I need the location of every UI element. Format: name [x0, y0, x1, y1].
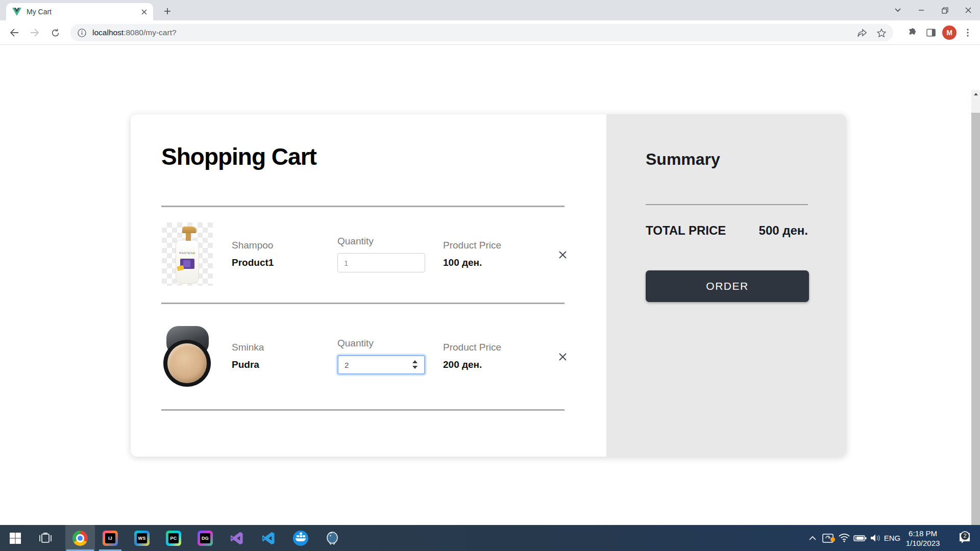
tray-clock[interactable]: 6:18 PM 1/10/2023: [899, 525, 946, 551]
item-product: Pudra: [232, 359, 259, 370]
url-host: localhost: [92, 28, 124, 37]
summary-divider: [646, 204, 808, 205]
vue-favicon-icon: [12, 8, 21, 16]
scrollbar-thumb[interactable]: [971, 113, 980, 550]
scrollbar-up-arrow[interactable]: [971, 90, 980, 98]
windows-taskbar: IJ WS PC DG: [0, 525, 980, 551]
compact-base-shape: [163, 340, 211, 387]
notification-count-badge: 2: [960, 531, 970, 541]
window-close-button[interactable]: [957, 0, 980, 20]
tray-battery-icon[interactable]: [851, 525, 869, 551]
profile-avatar[interactable]: M: [940, 23, 959, 42]
clock-date: 1/10/2023: [906, 538, 940, 548]
taskbar-postgresql-icon[interactable]: [320, 525, 345, 551]
browser-menu-icon[interactable]: [959, 23, 977, 42]
divider: [161, 409, 565, 411]
taskbar-datagrip-icon[interactable]: DG: [193, 525, 217, 551]
total-price-value: 500 ден.: [759, 223, 808, 238]
site-info-icon[interactable]: [78, 29, 86, 37]
new-tab-button[interactable]: [160, 4, 175, 18]
tray-display-sync-icon[interactable]: [820, 525, 836, 551]
bookmark-star-icon[interactable]: [877, 29, 886, 37]
tray-volume-icon[interactable]: [868, 525, 884, 551]
shampoo-bottle-shape: PANTENE: [176, 240, 199, 284]
item-name: Shampoo: [232, 240, 273, 251]
price-label: Product Price: [443, 240, 501, 251]
browser-tab-strip: My Cart: [0, 0, 980, 20]
order-button[interactable]: ORDER: [646, 270, 809, 302]
item-product: Product1: [232, 257, 274, 268]
share-icon[interactable]: [857, 29, 867, 37]
summary-title: Summary: [646, 150, 720, 169]
tab-title: My Cart: [27, 8, 139, 16]
url-path: :8080/my-cart?: [124, 28, 176, 37]
product-image-shampoo: PANTENE: [162, 222, 213, 286]
extensions-puzzle-icon[interactable]: [903, 23, 922, 42]
total-price-label: TOTAL PRICE: [646, 223, 726, 238]
price-value: 200 ден.: [443, 359, 482, 370]
tab-close-icon[interactable]: [139, 7, 149, 17]
stepper-down-icon[interactable]: [412, 366, 418, 369]
start-button[interactable]: [3, 525, 28, 551]
taskbar-webstorm-icon[interactable]: WS: [130, 525, 154, 551]
address-bar[interactable]: localhost:8080/my-cart?: [70, 24, 893, 41]
taskbar-vscode-icon[interactable]: [257, 525, 281, 551]
page-content: Summary TOTAL PRICE 500 ден. ORDER Shopp…: [0, 45, 980, 525]
tray-wifi-icon[interactable]: [836, 525, 852, 551]
taskbar-intellij-icon[interactable]: IJ: [98, 525, 122, 551]
clock-time: 6:18 PM: [909, 529, 937, 538]
action-center-button[interactable]: 2: [952, 525, 977, 551]
task-view-button[interactable]: [33, 525, 58, 551]
price-value: 100 ден.: [443, 257, 482, 268]
stepper-up-icon[interactable]: [412, 360, 418, 363]
summary-panel: Summary TOTAL PRICE 500 ден. ORDER: [606, 114, 846, 457]
divider: [161, 303, 565, 304]
window-restore-button[interactable]: [933, 0, 957, 20]
item-name: Sminka: [232, 342, 264, 353]
url-text: localhost:8080/my-cart?: [92, 28, 177, 37]
page-scrollbar[interactable]: [971, 90, 980, 551]
quantity-label: Quantity: [337, 236, 374, 247]
remove-item-button-2[interactable]: [556, 350, 569, 363]
side-panel-icon[interactable]: [922, 23, 940, 42]
browser-tab-my-cart[interactable]: My Cart: [6, 3, 153, 20]
divider: [161, 206, 565, 207]
tray-language-indicator[interactable]: ENG: [883, 525, 901, 551]
taskbar-visual-studio-icon[interactable]: [225, 525, 250, 551]
page-title: Shopping Cart: [161, 143, 316, 170]
reload-button[interactable]: [46, 23, 64, 42]
price-label: Product Price: [443, 342, 501, 353]
product-image-pudra: [162, 324, 213, 388]
taskbar-pycharm-icon[interactable]: PC: [161, 525, 186, 551]
taskbar-chrome-icon[interactable]: [65, 525, 95, 551]
back-button[interactable]: [5, 23, 23, 42]
notification-dot: [830, 537, 835, 542]
tray-show-hidden-chevron[interactable]: [805, 525, 820, 551]
remove-item-button-1[interactable]: [556, 248, 569, 261]
forward-button[interactable]: [26, 23, 44, 42]
screen: My Cart: [0, 0, 980, 551]
quantity-stepper[interactable]: [412, 360, 418, 369]
browser-toolbar: localhost:8080/my-cart? M: [0, 20, 980, 45]
shopping-cart-card: Summary TOTAL PRICE 500 ден. ORDER Shopp…: [131, 114, 846, 457]
quantity-label: Quantity: [337, 338, 374, 349]
quantity-input-1[interactable]: [337, 253, 425, 272]
tab-search-chevron-icon[interactable]: [886, 0, 910, 20]
window-minimize-button[interactable]: [910, 0, 933, 20]
taskbar-docker-icon[interactable]: [288, 525, 313, 551]
